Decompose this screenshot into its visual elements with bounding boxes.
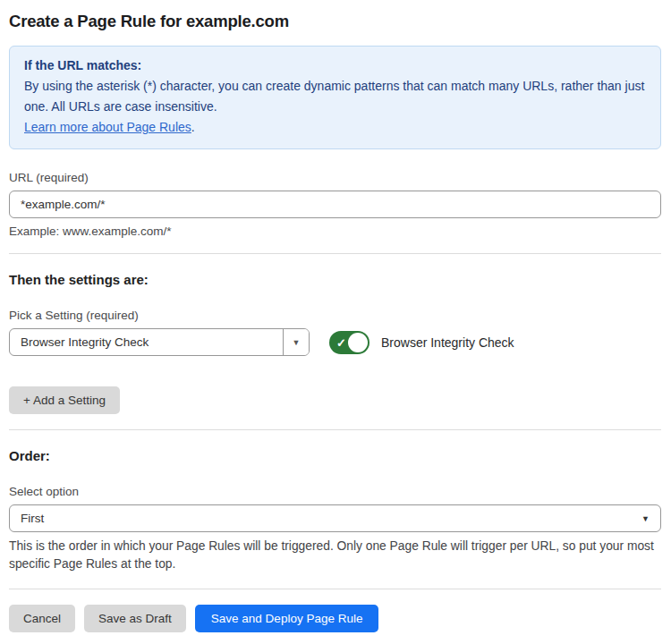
url-match-info-box: If the URL matches: By using the asteris… — [9, 46, 661, 149]
setting-picker-label: Pick a Setting (required) — [9, 309, 661, 322]
chevron-down-icon: ▼ — [293, 338, 301, 347]
save-draft-button[interactable]: Save as Draft — [84, 605, 186, 632]
order-select-value: First — [21, 512, 44, 525]
create-page-rule-form: Create a Page Rule for example.com If th… — [0, 0, 671, 644]
order-helper-text: This is the order in which your Page Rul… — [9, 538, 661, 573]
link-period: . — [191, 120, 195, 134]
add-setting-button[interactable]: + Add a Setting — [9, 386, 120, 414]
check-icon: ✓ — [336, 336, 346, 348]
cancel-button[interactable]: Cancel — [9, 605, 75, 632]
info-box-link-line: Learn more about Page Rules. — [24, 117, 646, 138]
learn-more-link[interactable]: Learn more about Page Rules — [24, 120, 191, 134]
chevron-down-icon: ▼ — [641, 514, 650, 523]
url-helper-text: Example: www.example.com/* — [9, 225, 661, 238]
toggle-label: Browser Integrity Check — [381, 335, 514, 350]
section-divider — [9, 589, 661, 589]
setting-row: Browser Integrity Check ▼ ✓ Browser Inte… — [9, 328, 661, 356]
setting-dropdown[interactable]: Browser Integrity Check ▼ — [9, 328, 310, 356]
settings-section-heading: Then the settings are: — [9, 272, 661, 287]
order-select[interactable]: First ▼ — [9, 504, 661, 532]
url-field-label: URL (required) — [9, 171, 661, 184]
toggle-knob — [348, 333, 368, 352]
order-select-label: Select option — [9, 485, 661, 498]
form-footer: Cancel Save as Draft Save and Deploy Pag… — [9, 605, 661, 632]
info-box-heading: If the URL matches: — [24, 55, 646, 76]
save-deploy-button[interactable]: Save and Deploy Page Rule — [195, 605, 379, 632]
setting-dropdown-arrow-button[interactable]: ▼ — [283, 329, 309, 355]
section-divider — [9, 253, 661, 254]
setting-dropdown-value: Browser Integrity Check — [10, 329, 283, 355]
page-title: Create a Page Rule for example.com — [9, 12, 661, 31]
info-box-body: By using the asterisk (*) character, you… — [24, 76, 646, 117]
browser-integrity-toggle[interactable]: ✓ — [329, 331, 369, 354]
url-input[interactable] — [9, 191, 661, 218]
order-section-heading: Order: — [9, 448, 661, 463]
section-divider — [9, 429, 661, 430]
